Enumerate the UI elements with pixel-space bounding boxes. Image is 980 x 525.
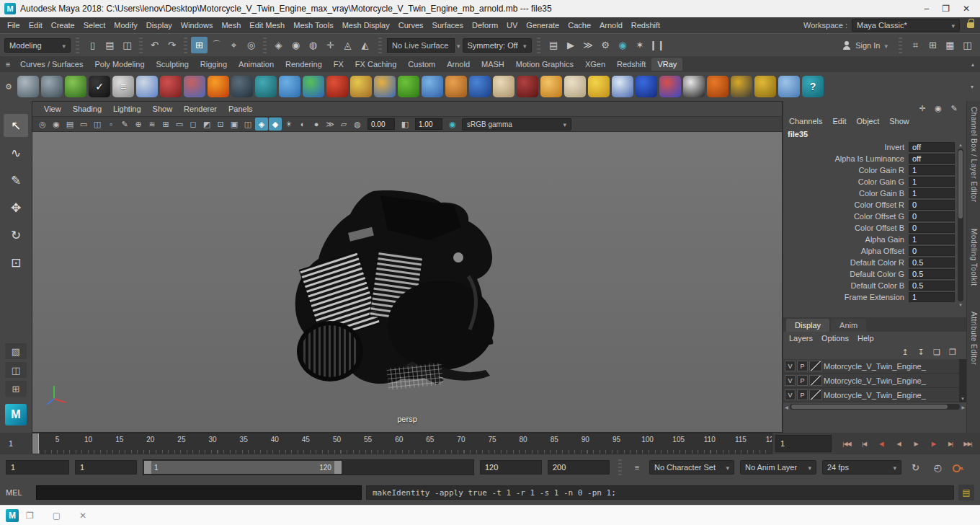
shelf-scroll-up-icon[interactable] [971, 61, 974, 68]
shelf-tab-arnold[interactable]: Arnold [441, 58, 476, 71]
animation-start-field[interactable]: 1 [6, 460, 69, 475]
default-workspace-icon[interactable]: ⊞ [925, 37, 941, 53]
shelf-red-burst-icon[interactable] [326, 76, 348, 97]
menu-curves[interactable]: Curves [394, 19, 428, 32]
menu-redshift[interactable]: Redshift [627, 19, 664, 32]
menu-deform[interactable]: Deform [468, 19, 502, 32]
shelf-tab-mash[interactable]: MASH [476, 58, 510, 71]
channel-value-field[interactable]: 0 [909, 246, 955, 256]
channel-value-field[interactable]: 1 [909, 234, 955, 244]
shelf-scroll-down-icon[interactable] [971, 84, 974, 90]
scale-tool[interactable]: ⊡ [4, 251, 28, 274]
channelbox-menu-channels[interactable]: Channels [789, 117, 822, 125]
menuset-selector[interactable]: Modeling [4, 38, 71, 53]
live-surface-menu-icon[interactable] [457, 41, 460, 50]
play-forwards-button[interactable]: ▶ [908, 436, 924, 451]
timeline-ruler[interactable]: 5101520253035404550556065707580859095100… [32, 433, 772, 454]
go-to-end-button[interactable]: ▶▶| [960, 436, 976, 451]
range-start-handle[interactable] [144, 461, 151, 474]
step-back-key-button[interactable]: ◀| [873, 436, 889, 451]
channel-value-field[interactable]: 0.5 [909, 257, 955, 268]
menu-mesh-tools[interactable]: Mesh Tools [289, 19, 337, 32]
layer-visibility-toggle[interactable]: V [785, 389, 796, 400]
shelf-notes-icon[interactable]: ≡ [112, 76, 134, 97]
menu-mesh[interactable]: Mesh [217, 19, 245, 32]
fps-selector[interactable]: 24 fps [822, 460, 901, 475]
use-all-lights-icon[interactable]: ☀ [282, 118, 295, 131]
channel-value-field[interactable]: off [909, 142, 955, 152]
viewport-canvas[interactable]: persp [32, 132, 782, 432]
layer-scrollbar-horizontal[interactable] [783, 402, 966, 411]
shelf-cone-icon[interactable] [564, 76, 586, 97]
shadows-icon[interactable]: ◐ [296, 118, 309, 131]
render-sequence-icon[interactable]: ≫ [580, 37, 597, 53]
range-slider-bar[interactable]: 1 120 [144, 461, 342, 474]
scrollbar-track[interactable] [790, 404, 961, 410]
paint-select-tool[interactable]: ✎ [4, 169, 28, 192]
shelf-water-drop-icon[interactable] [279, 76, 300, 97]
current-time-marker[interactable] [32, 433, 39, 454]
taskbar-close-icon[interactable]: ✕ [79, 511, 86, 521]
menu-file[interactable]: File [3, 19, 24, 32]
snap-together-icon[interactable]: ✛ [322, 37, 339, 53]
close-button[interactable]: ✕ [963, 4, 970, 14]
textured-display-icon[interactable]: ◆ [269, 118, 282, 131]
undo-icon[interactable]: ↶ [146, 37, 163, 53]
layout-grid-icon[interactable]: ▦ [942, 37, 958, 53]
four-pane-layout-button[interactable]: ⊞ [5, 381, 27, 397]
shelf-beachball-icon[interactable] [659, 76, 681, 97]
channel-value-field[interactable]: 0 [909, 211, 955, 221]
channel-value-field[interactable]: off [909, 154, 955, 164]
layers-menu-options[interactable]: Options [821, 334, 849, 343]
playback-end-field[interactable]: 120 [480, 460, 542, 475]
channel-value-field[interactable]: 1 [909, 177, 955, 187]
shelf-photo-icon[interactable] [231, 76, 253, 97]
scrollbar-track[interactable] [958, 149, 963, 301]
taskbar-maya-icon[interactable]: M [6, 509, 19, 522]
xray-icon[interactable]: ◍ [351, 118, 364, 131]
image-plane-icon[interactable]: ◫ [91, 118, 104, 131]
shelf-material-doc-icon[interactable] [136, 76, 158, 97]
hypershade-icon[interactable]: ◉ [615, 37, 631, 53]
snapshot-icon[interactable]: ⊕ [132, 118, 145, 131]
shelf-dome-icon[interactable] [493, 76, 514, 97]
script-editor-icon[interactable]: ▤ [958, 485, 974, 500]
shelf-tab-fx-caching[interactable]: FX Caching [349, 58, 402, 71]
shelf-grass-icon[interactable] [398, 76, 419, 97]
color-space-selector[interactable]: sRGB gamma [462, 118, 571, 131]
layers-menu-help[interactable]: Help [858, 334, 874, 343]
channel-value-field[interactable]: 1 [909, 188, 955, 198]
layer-visibility-toggle[interactable]: V [785, 375, 796, 386]
channel-speed-icon[interactable]: ◉ [932, 102, 945, 115]
current-frame-field[interactable]: 1 [775, 435, 832, 452]
shelf-glossy-sphere-icon[interactable] [636, 76, 657, 97]
node-name[interactable]: file35 [783, 128, 966, 141]
gate-mask-icon[interactable]: ◩ [200, 118, 213, 131]
shelf-fire-icon[interactable] [208, 76, 229, 97]
layer-playback-toggle[interactable]: P [797, 361, 808, 371]
panel-tab-attribute-editor[interactable]: Attribute Editor [970, 312, 978, 365]
channelbox-scrollbar[interactable] [956, 141, 965, 309]
menu-modify[interactable]: Modify [110, 19, 141, 32]
panel-menu-renderer[interactable]: Renderer [178, 103, 223, 115]
lock-icon[interactable] [967, 22, 974, 28]
shelf-crate-icon[interactable] [754, 76, 776, 97]
character-set-selector[interactable]: No Character Set [649, 460, 734, 475]
menu-create[interactable]: Create [47, 19, 79, 32]
shelf-vray-check-icon[interactable]: ✓ [89, 76, 110, 97]
channelbox-menu-edit[interactable]: Edit [832, 117, 846, 125]
render-settings-icon[interactable]: ⚙ [597, 37, 614, 53]
rotate-tool[interactable]: ↻ [4, 224, 28, 247]
layer-row[interactable]: VPMotorcycle_V_Twin_Engine_ [783, 359, 959, 374]
shelf-cloud-icon[interactable] [778, 76, 800, 97]
snap-to-curve-icon[interactable]: ⌒ [208, 37, 225, 53]
step-forward-key-button[interactable]: |▶ [925, 436, 941, 451]
maximize-button[interactable]: ❐ [942, 4, 950, 14]
exposure-field[interactable]: 0.00 [368, 118, 395, 130]
gamma-field[interactable]: 1.00 [415, 118, 442, 130]
bookmarks-icon[interactable]: ▭ [77, 118, 90, 131]
shelf-sun-icon[interactable] [588, 76, 610, 97]
scroll-left-icon[interactable] [785, 403, 788, 410]
channel-value-field[interactable]: 1 [909, 292, 955, 302]
snap-to-plane-icon[interactable]: ◎ [243, 37, 259, 53]
